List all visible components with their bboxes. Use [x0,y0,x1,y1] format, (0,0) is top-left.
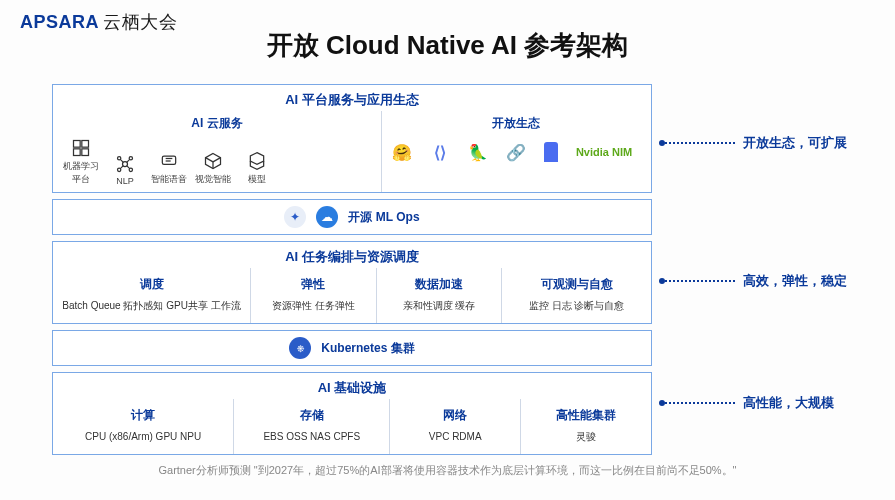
open-ecosystem-header: 开放生态 [382,111,651,136]
sched-col-header: 弹性 [253,272,374,297]
platform-title: AI 平台服务与应用生态 [53,85,651,111]
ai-cloud-services-header: AI 云服务 [53,111,381,136]
vision-icon [203,151,223,171]
infra-col-items: 灵骏 [523,428,649,450]
parrot-icon: 🦜 [468,142,488,162]
infra-col-header: 计算 [55,403,231,428]
footnote: Gartner分析师预测 "到2027年，超过75%的AI部署将使用容器技术作为… [0,463,895,478]
voice-icon [159,151,179,171]
infra-col-items: EBS OSS NAS CPFS [236,428,387,450]
kubernetes-icon: ⎈ [289,337,311,359]
annotation-connector [665,280,735,282]
huggingface-icon: 🤗 [392,142,412,162]
link-icon: 🔗 [506,142,526,162]
scheduling-layer: AI 任务编排与资源调度 调度 Batch Queue 拓扑感知 GPU共享 工… [52,241,652,324]
framework-icon: ⟨⟩ [430,142,450,162]
svg-line-17 [213,158,221,162]
infra-col-header: 网络 [392,403,518,428]
svg-point-7 [118,168,121,171]
sched-col-items: 监控 日志 诊断与自愈 [504,297,649,319]
scheduling-title: AI 任务编排与资源调度 [53,242,651,268]
nvidia-nim-label: Nvidia NIM [576,146,632,158]
infra-layer: AI 基础设施 计算 CPU (x86/Arm) GPU NPU 存储 EBS … [52,372,652,455]
portal-icon [544,142,558,162]
ml-platform-icon [71,138,91,158]
sched-col-items: Batch Queue 拓扑感知 GPU共享 工作流 [55,297,248,319]
sched-col-items: 亲和性调度 缓存 [379,297,500,319]
annotation-connector [665,142,735,144]
nlp-icon [115,154,135,174]
sched-col-header: 数据加速 [379,272,500,297]
kubeflow-icon: ✦ [284,206,306,228]
service-ml-platform: 机器学习平台 [59,138,103,186]
svg-rect-3 [82,149,89,156]
svg-rect-0 [74,141,81,148]
annotation-performance: 高性能，大规模 [665,394,834,412]
ai-services-row: 机器学习平台 NLP 智能语音 视觉智能 [53,136,381,192]
infra-col-header: 高性能集群 [523,403,649,428]
sched-col-header: 可观测与自愈 [504,272,649,297]
mlops-cloud-icon: ☁ [316,206,338,228]
infra-title: AI 基础设施 [53,373,651,399]
service-vision: 视觉智能 [191,151,235,186]
mlops-layer: ✦ ☁ 开源 ML Ops [52,199,652,235]
sched-col-header: 调度 [55,272,248,297]
infra-col-header: 存储 [236,403,387,428]
svg-rect-2 [74,149,81,156]
svg-line-9 [121,160,124,163]
service-model: 模型 [235,151,279,186]
annotation-efficiency: 高效，弹性，稳定 [665,272,847,290]
ecosystem-icons: 🤗 ⟨⟩ 🦜 🔗 Nvidia NIM [382,136,651,170]
k8s-label: Kubernetes 集群 [321,340,414,357]
page-title: 开放 Cloud Native AI 参考架构 [0,28,895,63]
service-voice: 智能语音 [147,151,191,186]
svg-line-12 [127,166,130,169]
svg-line-11 [121,166,124,169]
model-icon [247,151,267,171]
infra-col-items: VPC RDMA [392,428,518,450]
svg-point-5 [118,157,121,160]
architecture-diagram: AI 平台服务与应用生态 AI 云服务 机器学习平台 NLP [52,84,652,461]
svg-line-16 [206,158,214,162]
svg-rect-13 [162,156,175,164]
svg-rect-1 [82,141,89,148]
slide: APSARA云栖大会 开放 Cloud Native AI 参考架构 AI 平台… [0,0,895,500]
annotation-connector [665,402,735,404]
svg-point-8 [129,168,132,171]
infra-col-items: CPU (x86/Arm) GPU NPU [55,428,231,450]
sched-col-items: 资源弹性 任务弹性 [253,297,374,319]
svg-point-6 [129,157,132,160]
service-nlp: NLP [103,154,147,186]
mlops-label: 开源 ML Ops [348,209,419,226]
platform-layer: AI 平台服务与应用生态 AI 云服务 机器学习平台 NLP [52,84,652,193]
annotation-openness: 开放生态，可扩展 [665,134,847,152]
svg-line-10 [127,160,130,163]
k8s-layer: ⎈ Kubernetes 集群 [52,330,652,366]
